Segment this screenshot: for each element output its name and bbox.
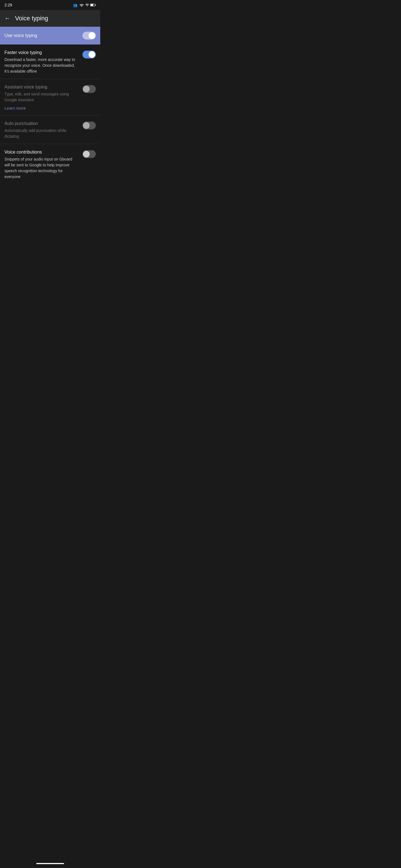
section-desc-assistant-voice-typing: Type, edit, and send messages using Goog… [4, 91, 78, 103]
wifi-icon [79, 3, 84, 7]
toggle-voice-contributions[interactable] [82, 150, 96, 158]
section-desc-voice-contributions: Snippets of your audio input on Gboard w… [4, 156, 78, 180]
svg-rect-1 [90, 4, 93, 6]
setting-row-assistant-voice-typing[interactable]: Assistant voice typing Type, edit, and s… [0, 79, 100, 116]
setting-row-faster-voice-typing[interactable]: Faster voice typing Download a faster, m… [0, 44, 100, 79]
back-button[interactable]: ← [4, 15, 10, 22]
section-text: Voice contributions Snippets of your aud… [4, 150, 78, 180]
toggle-thumb [83, 151, 90, 157]
section-desc-auto-punctuation: Automatically add punctuation while dict… [4, 128, 78, 140]
toggle-assistant-voice-typing[interactable] [82, 85, 96, 93]
use-voice-typing-row[interactable]: Use voice typing [0, 27, 100, 44]
use-voice-typing-label: Use voice typing [4, 33, 37, 38]
teams-icon: 👥 [73, 3, 78, 7]
toggle-thumb [89, 51, 95, 58]
section-desc-faster-voice-typing: Download a faster, more accurate way to … [4, 57, 78, 74]
toggle-thumb [83, 86, 90, 92]
status-bar: 2:29 👥 [0, 0, 100, 10]
page-title: Voice typing [15, 15, 48, 22]
learn-more-link[interactable]: Learn more [4, 106, 26, 111]
app-bar: ← Voice typing [0, 10, 100, 27]
section-title-assistant-voice-typing: Assistant voice typing [4, 85, 78, 90]
section-header: Assistant voice typing Type, edit, and s… [4, 85, 96, 111]
section-title-voice-contributions: Voice contributions [4, 150, 78, 155]
section-text: Assistant voice typing Type, edit, and s… [4, 85, 78, 111]
toggle-auto-punctuation[interactable] [82, 122, 96, 129]
section-title-auto-punctuation: Auto punctuation [4, 121, 78, 126]
section-title-faster-voice-typing: Faster voice typing [4, 50, 78, 55]
section-text: Auto punctuation Automatically add punct… [4, 121, 78, 140]
status-icons: 👥 [73, 3, 96, 7]
signal-icon [85, 3, 89, 7]
use-voice-typing-toggle[interactable] [82, 32, 96, 39]
section-header: Auto punctuation Automatically add punct… [4, 121, 96, 140]
svg-rect-2 [95, 4, 96, 6]
setting-row-voice-contributions[interactable]: Voice contributions Snippets of your aud… [0, 144, 100, 184]
section-header: Faster voice typing Download a faster, m… [4, 50, 96, 74]
toggle-thumb [89, 32, 95, 39]
setting-row-auto-punctuation[interactable]: Auto punctuation Automatically add punct… [0, 116, 100, 144]
settings-list: Faster voice typing Download a faster, m… [0, 44, 100, 184]
section-text: Faster voice typing Download a faster, m… [4, 50, 78, 74]
battery-icon [90, 3, 96, 7]
toggle-thumb [83, 122, 90, 129]
status-time: 2:29 [4, 3, 12, 7]
section-header: Voice contributions Snippets of your aud… [4, 150, 96, 180]
toggle-faster-voice-typing[interactable] [82, 51, 96, 58]
